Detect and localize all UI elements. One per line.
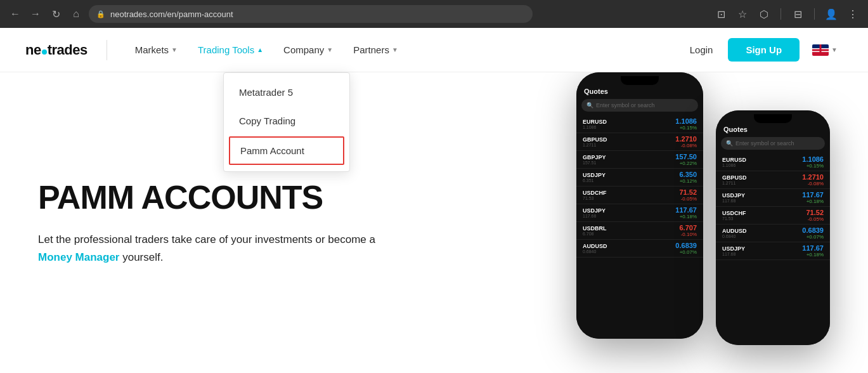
nav-partners[interactable]: Partners ▼ [344,39,407,60]
logo[interactable]: netrades [25,42,87,58]
profile-icon[interactable]: 👤 [824,6,839,22]
hero-subtitle: Let the professional traders take care o… [38,231,387,265]
ticker-row: AUDUSD 0.6840 0.6839 +0.07% [576,240,703,258]
refresh-button[interactable]: ↻ [48,6,63,22]
nav-links: Markets ▼ Trading Tools ▲ Company ▼ Part… [126,39,682,60]
phones-container: Quotes 🔍Enter symbol or search EURUSD 1.… [526,72,830,373]
url-text: neotrades.com/en/pamm-account [110,10,233,19]
dropdown-pamm-account[interactable]: Pamm Account [229,136,344,165]
browser-chrome: ← → ↻ ⌂ 🔒 neotrades.com/en/pamm-account … [0,0,868,28]
extensions-icon[interactable]: ⬡ [756,6,772,22]
logo-text: netrades [25,42,87,58]
navbar: netrades Markets ▼ Trading Tools ▲ Compa… [0,28,868,72]
lock-icon: 🔒 [96,10,105,18]
ticker-row: USDJPY 117.68 117.67 +0.18% [716,189,830,207]
cast-icon[interactable]: ⊡ [713,6,729,22]
separator2 [814,8,815,20]
phone-search-bar-secondary: 🔍Enter symbol or search [721,137,825,150]
money-manager-link[interactable]: Money Manager [38,251,119,263]
markets-chevron: ▼ [171,46,178,53]
main-tickers-list: EURUSD 1.1086 1.1086 +0.15% GBPUSD 1.271… [576,115,703,258]
hero-content: PAMM ACCOUNTS Let the professional trade… [38,180,387,266]
ticker-row: USDJPY 117.68 117.67 +0.18% [716,242,830,260]
phone-notch-secondary [754,114,792,123]
ticker-row: AUDUSD 0.6840 0.6839 +0.07% [716,225,830,242]
company-chevron: ▼ [327,46,333,53]
phone-secondary: Quotes 🔍Enter symbol or search EURUSD 1.… [716,110,830,345]
forward-button[interactable]: → [28,6,43,22]
ticker-row: EURUSD 1.1086 1.1086 +0.15% [576,115,703,133]
nav-divider [107,40,107,60]
ticker-row: GBPUSD 1.2711 1.2710 -0.08% [576,133,703,151]
secondary-tickers-list: EURUSD 1.1086 1.1086 +0.15% GBPUSD 1.271… [716,154,830,260]
ticker-row: USDBRL 6.708 6.707 -0.10% [576,222,703,240]
split-screen-icon[interactable]: ⊟ [790,6,805,22]
phone-notch [621,76,659,85]
hero-title: PAMM ACCOUNTS [38,180,387,216]
nav-trading-tools[interactable]: Trading Tools ▲ [189,39,272,60]
home-button[interactable]: ⌂ [68,6,84,22]
ticker-row: GBPUSD 1.2711 1.2710 -0.08% [716,171,830,189]
trading-tools-dropdown: Metatrader 5 Copy Trading Pamm Account [223,72,350,172]
ticker-row: USDJPY 6.351 6.350 +0.12% [576,169,703,186]
login-button[interactable]: Login [682,39,721,60]
separator [781,8,781,20]
phone-search-bar: 🔍Enter symbol or search [581,99,698,112]
phone-screen-main: Quotes 🔍Enter symbol or search EURUSD 1.… [576,72,703,339]
language-selector[interactable]: ▼ [807,42,843,58]
ticker-row: USDJPY 117.68 117.67 +0.18% [576,204,703,222]
phone-header-secondary: Quotes [716,123,830,137]
ticker-row: EURUSD 1.1086 1.1086 +0.15% [716,154,830,171]
nav-actions: Login Sign Up ▼ [682,38,843,62]
trading-tools-chevron: ▲ [257,46,263,53]
dropdown-metatrader5[interactable]: Metatrader 5 [224,78,349,107]
address-bar[interactable]: 🔒 neotrades.com/en/pamm-account [89,5,533,23]
menu-icon[interactable]: ⋮ [845,6,860,22]
browser-actions: ⊡ ☆ ⬡ ⊟ 👤 ⋮ [713,6,860,22]
ticker-row: USDCHF 71.53 71.52 -0.05% [716,207,830,225]
phone-header: Quotes [576,85,703,99]
phone-main: Quotes 🔍Enter symbol or search EURUSD 1.… [576,72,703,339]
nav-markets[interactable]: Markets ▼ [126,39,186,60]
phone-screen-secondary: Quotes 🔍Enter symbol or search EURUSD 1.… [716,110,830,345]
signup-button[interactable]: Sign Up [728,38,800,62]
ticker-row: GBPJPY 157.51 157.50 +0.22% [576,151,703,169]
bookmark-icon[interactable]: ☆ [735,6,750,22]
nav-company[interactable]: Company ▼ [275,39,342,60]
back-button[interactable]: ← [8,6,23,22]
dropdown-copy-trading[interactable]: Copy Trading [224,107,349,135]
partners-chevron: ▼ [392,46,398,53]
ticker-row: USDCHF 71.53 71.52 -0.05% [576,186,703,204]
lang-chevron: ▼ [831,46,838,53]
uk-flag-icon [812,44,829,56]
hero-section: PAMM ACCOUNTS Let the professional trade… [0,72,868,373]
